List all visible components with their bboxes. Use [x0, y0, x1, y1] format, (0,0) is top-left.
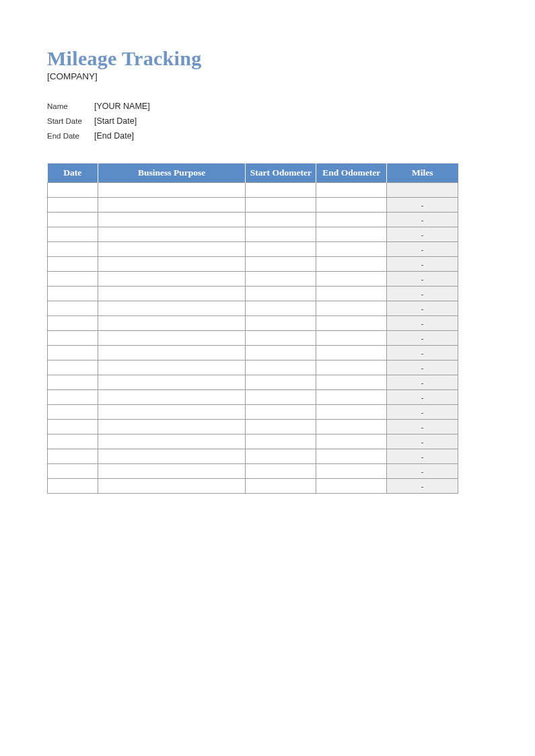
cell-miles[interactable]: -: [387, 390, 458, 405]
cell-start-odo[interactable]: [246, 361, 316, 375]
cell-start-odo[interactable]: [246, 198, 316, 213]
cell-miles[interactable]: -: [387, 361, 458, 375]
cell-date[interactable]: [48, 375, 98, 390]
cell-date[interactable]: [48, 257, 98, 272]
cell-date[interactable]: [48, 346, 98, 361]
cell-start-odo[interactable]: [246, 272, 316, 287]
cell-purpose[interactable]: [98, 242, 246, 257]
cell-miles[interactable]: -: [387, 316, 458, 331]
cell-purpose[interactable]: [98, 272, 246, 287]
cell-date[interactable]: [48, 301, 98, 316]
cell-purpose[interactable]: [98, 361, 246, 375]
cell-date[interactable]: [48, 420, 98, 434]
cell-miles[interactable]: -: [387, 227, 458, 242]
cell-miles[interactable]: -: [387, 434, 458, 449]
cell-purpose[interactable]: [98, 287, 246, 301]
cell-start-odo[interactable]: [246, 405, 316, 420]
cell-purpose[interactable]: [98, 331, 246, 346]
cell-start-odo[interactable]: [246, 420, 316, 434]
cell-end-odo[interactable]: [316, 479, 387, 494]
cell-miles[interactable]: -: [387, 257, 458, 272]
cell-end-odo[interactable]: [316, 227, 387, 242]
cell-date[interactable]: [48, 287, 98, 301]
cell-purpose[interactable]: [98, 390, 246, 405]
cell-miles[interactable]: -: [387, 346, 458, 361]
cell-miles[interactable]: -: [387, 405, 458, 420]
cell-end-odo[interactable]: [316, 272, 387, 287]
cell-date[interactable]: [48, 479, 98, 494]
cell-end-odo[interactable]: [316, 257, 387, 272]
cell-start-odo[interactable]: [246, 375, 316, 390]
cell-miles[interactable]: -: [387, 242, 458, 257]
cell-miles[interactable]: [387, 183, 458, 198]
cell-end-odo[interactable]: [316, 198, 387, 213]
cell-end-odo[interactable]: [316, 449, 387, 464]
cell-miles[interactable]: -: [387, 287, 458, 301]
cell-start-odo[interactable]: [246, 242, 316, 257]
cell-start-odo[interactable]: [246, 479, 316, 494]
cell-purpose[interactable]: [98, 405, 246, 420]
cell-miles[interactable]: -: [387, 301, 458, 316]
cell-purpose[interactable]: [98, 464, 246, 479]
cell-miles[interactable]: -: [387, 272, 458, 287]
cell-end-odo[interactable]: [316, 242, 387, 257]
cell-start-odo[interactable]: [246, 301, 316, 316]
cell-purpose[interactable]: [98, 213, 246, 227]
cell-start-odo[interactable]: [246, 449, 316, 464]
cell-start-odo[interactable]: [246, 316, 316, 331]
cell-miles[interactable]: -: [387, 213, 458, 227]
cell-miles[interactable]: -: [387, 375, 458, 390]
cell-end-odo[interactable]: [316, 375, 387, 390]
cell-miles[interactable]: -: [387, 331, 458, 346]
cell-purpose[interactable]: [98, 227, 246, 242]
cell-end-odo[interactable]: [316, 434, 387, 449]
cell-date[interactable]: [48, 183, 98, 198]
cell-start-odo[interactable]: [246, 213, 316, 227]
cell-end-odo[interactable]: [316, 331, 387, 346]
cell-start-odo[interactable]: [246, 390, 316, 405]
cell-date[interactable]: [48, 331, 98, 346]
cell-date[interactable]: [48, 272, 98, 287]
cell-end-odo[interactable]: [316, 405, 387, 420]
cell-purpose[interactable]: [98, 420, 246, 434]
cell-date[interactable]: [48, 316, 98, 331]
cell-start-odo[interactable]: [246, 434, 316, 449]
cell-start-odo[interactable]: [246, 227, 316, 242]
cell-miles[interactable]: -: [387, 479, 458, 494]
cell-end-odo[interactable]: [316, 301, 387, 316]
cell-end-odo[interactable]: [316, 287, 387, 301]
cell-end-odo[interactable]: [316, 183, 387, 198]
cell-end-odo[interactable]: [316, 213, 387, 227]
cell-start-odo[interactable]: [246, 287, 316, 301]
cell-date[interactable]: [48, 361, 98, 375]
cell-purpose[interactable]: [98, 257, 246, 272]
cell-date[interactable]: [48, 405, 98, 420]
cell-purpose[interactable]: [98, 346, 246, 361]
cell-date[interactable]: [48, 242, 98, 257]
cell-date[interactable]: [48, 213, 98, 227]
cell-miles[interactable]: -: [387, 420, 458, 434]
cell-end-odo[interactable]: [316, 316, 387, 331]
cell-start-odo[interactable]: [246, 464, 316, 479]
cell-start-odo[interactable]: [246, 346, 316, 361]
cell-purpose[interactable]: [98, 316, 246, 331]
cell-miles[interactable]: -: [387, 449, 458, 464]
cell-date[interactable]: [48, 449, 98, 464]
cell-start-odo[interactable]: [246, 183, 316, 198]
cell-date[interactable]: [48, 390, 98, 405]
cell-miles[interactable]: -: [387, 198, 458, 213]
cell-end-odo[interactable]: [316, 420, 387, 434]
cell-end-odo[interactable]: [316, 361, 387, 375]
cell-purpose[interactable]: [98, 301, 246, 316]
cell-date[interactable]: [48, 227, 98, 242]
cell-purpose[interactable]: [98, 479, 246, 494]
cell-start-odo[interactable]: [246, 331, 316, 346]
cell-date[interactable]: [48, 464, 98, 479]
cell-purpose[interactable]: [98, 375, 246, 390]
cell-purpose[interactable]: [98, 449, 246, 464]
cell-date[interactable]: [48, 434, 98, 449]
cell-purpose[interactable]: [98, 183, 246, 198]
cell-miles[interactable]: -: [387, 464, 458, 479]
cell-start-odo[interactable]: [246, 257, 316, 272]
cell-date[interactable]: [48, 198, 98, 213]
